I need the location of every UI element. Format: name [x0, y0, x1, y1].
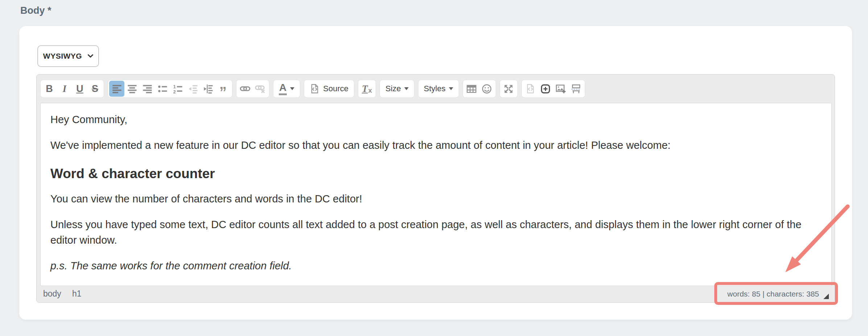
- styles-dropdown-label: Styles: [424, 84, 446, 93]
- editor-frame: B I U S 12: [36, 74, 835, 303]
- page-break-button[interactable]: [569, 81, 584, 97]
- element-path-body[interactable]: body: [43, 289, 61, 299]
- unlink-button[interactable]: [253, 81, 268, 97]
- paragraph: You can view the number of characters an…: [50, 191, 822, 207]
- toolbar-group-size: Size: [380, 80, 414, 98]
- page-break-icon: [571, 83, 582, 94]
- underline-button[interactable]: U: [72, 81, 87, 97]
- svg-text:1: 1: [173, 84, 175, 89]
- paragraph: Hey Community,: [50, 112, 822, 128]
- chevron-down-icon: [88, 54, 93, 58]
- element-path: body h1: [43, 289, 81, 299]
- paragraph: We've implemented a new feature in our D…: [50, 138, 822, 154]
- bulleted-list-icon: [157, 84, 168, 94]
- italic-button[interactable]: I: [57, 81, 72, 97]
- caret-down-icon: [290, 87, 294, 90]
- styles-dropdown[interactable]: Styles: [419, 81, 458, 97]
- editor-statusbar: body h1 words: 85 | characters: 385: [37, 285, 835, 302]
- svg-text:2: 2: [173, 89, 175, 94]
- strikethrough-button[interactable]: S: [87, 81, 103, 97]
- paragraph-postscript: p.s. The same works for the comment crea…: [50, 258, 822, 274]
- word-count-area: words: 85 | characters: 385: [727, 289, 829, 299]
- add-block-button[interactable]: [538, 81, 553, 97]
- toolbar-group-links: [236, 80, 269, 98]
- size-dropdown[interactable]: Size: [381, 81, 413, 97]
- align-left-button[interactable]: [109, 81, 124, 97]
- strikethrough-icon: S: [92, 84, 98, 94]
- maximize-button[interactable]: [501, 81, 516, 97]
- unlink-icon: [255, 83, 266, 94]
- source-document-icon: [310, 84, 320, 94]
- numbered-list-button[interactable]: 12: [170, 81, 185, 97]
- smiley-icon: [481, 84, 492, 94]
- add-image-button[interactable]: [553, 81, 569, 97]
- bulleted-list-button[interactable]: [155, 81, 170, 97]
- align-center-icon: [127, 84, 137, 94]
- outdent-icon: [188, 84, 198, 94]
- toolbar-group-extras: [521, 80, 585, 98]
- word-character-counter: words: 85 | characters: 385: [727, 290, 819, 298]
- bold-icon: B: [46, 84, 53, 94]
- toolbar-group-insert: [463, 80, 496, 98]
- link-icon: [240, 83, 251, 94]
- template-document-icon: [525, 84, 536, 94]
- remove-format-button[interactable]: Tx: [359, 81, 375, 97]
- underline-icon: U: [76, 84, 83, 94]
- resize-handle-icon[interactable]: [823, 294, 829, 299]
- toolbar-group-textcolor: A: [273, 80, 300, 98]
- image-add-icon: [555, 83, 566, 94]
- indent-button[interactable]: [201, 81, 216, 97]
- remove-format-icon: Tx: [362, 84, 372, 94]
- text-color-button[interactable]: A: [274, 81, 299, 97]
- caret-down-icon: [449, 87, 453, 90]
- numbered-list-icon: 12: [173, 84, 183, 94]
- toolbar-group-styles: Styles: [418, 80, 459, 98]
- blockquote-button[interactable]: ”: [216, 81, 231, 97]
- toolbar-group-paragraph: 12 ”: [108, 80, 232, 98]
- italic-icon: I: [63, 84, 67, 94]
- element-path-h1[interactable]: h1: [72, 289, 82, 299]
- align-left-icon: [112, 84, 122, 94]
- toolbar-group-source: Source: [304, 80, 354, 98]
- bold-button[interactable]: B: [42, 81, 57, 97]
- toolbar-group-basicstyles: B I U S: [40, 80, 104, 98]
- indent-icon: [203, 84, 214, 94]
- editor-toolbar: B I U S 12: [37, 75, 835, 103]
- field-label: Body *: [20, 5, 51, 16]
- body-field-card: WYSIWYG B I U S: [19, 26, 852, 320]
- size-dropdown-label: Size: [385, 84, 401, 93]
- text-color-icon: A: [279, 83, 287, 95]
- content-heading: Word & character counter: [50, 166, 822, 181]
- plus-square-icon: [540, 84, 551, 94]
- toolbar-group-removeformat: Tx: [358, 80, 376, 98]
- editor-content[interactable]: Hey Community, We've implemented a new f…: [40, 103, 832, 286]
- template-button[interactable]: [523, 81, 538, 97]
- outdent-button[interactable]: [185, 81, 201, 97]
- editor-mode-value: WYSIWYG: [43, 52, 82, 60]
- align-center-button[interactable]: [124, 81, 140, 97]
- paragraph: Unless you have typed some text, DC edit…: [50, 217, 822, 248]
- toolbar-group-maximize: [500, 80, 518, 98]
- maximize-icon: [503, 84, 514, 94]
- table-button[interactable]: [464, 81, 479, 97]
- editor-mode-select[interactable]: WYSIWYG: [37, 45, 99, 67]
- table-icon: [466, 84, 477, 94]
- caret-down-icon: [404, 87, 409, 90]
- source-button[interactable]: Source: [305, 81, 353, 97]
- smiley-button[interactable]: [479, 81, 495, 97]
- align-right-icon: [142, 84, 153, 94]
- source-button-label: Source: [323, 84, 348, 93]
- link-button[interactable]: [237, 81, 253, 97]
- align-right-button[interactable]: [140, 81, 155, 97]
